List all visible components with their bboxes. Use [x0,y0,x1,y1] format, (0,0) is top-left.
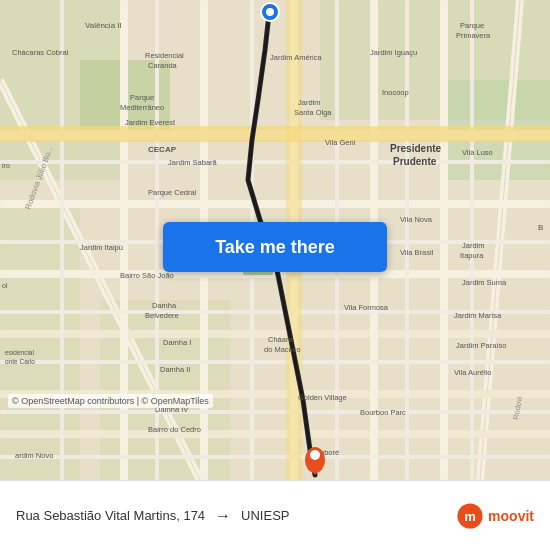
svg-rect-17 [0,430,550,438]
svg-text:Residencial: Residencial [145,51,184,60]
svg-text:Belvedere: Belvedere [145,311,179,320]
svg-text:Bourbon Parc: Bourbon Parc [360,408,406,417]
svg-text:Primavera: Primavera [456,31,491,40]
svg-text:Parque Cedral: Parque Cedral [148,188,197,197]
svg-point-90 [266,8,274,16]
map-attribution: © OpenStreetMap contributors | © OpenMap… [8,394,213,408]
svg-text:Valência II: Valência II [85,21,122,30]
svg-rect-13 [0,200,550,208]
svg-text:Damha I: Damha I [163,338,191,347]
svg-text:esidencial: esidencial [5,349,34,356]
svg-text:Jardim Itaipú: Jardim Itaipú [80,243,123,252]
svg-text:do Macuco: do Macuco [264,345,301,354]
svg-text:ardim Novo: ardim Novo [15,451,53,460]
svg-text:iro: iro [2,162,10,169]
take-me-there-button[interactable]: Take me there [163,222,387,272]
moovit-icon-svg: m [456,502,484,530]
svg-text:Presidente: Presidente [390,143,442,154]
svg-text:Jardim Iguaçu: Jardim Iguaçu [370,48,417,57]
svg-text:Jardim: Jardim [462,241,485,250]
svg-rect-23 [0,160,550,164]
svg-text:onte Carlo: onte Carlo [5,358,35,365]
svg-text:Vila Aurélio: Vila Aurélio [454,368,491,377]
svg-text:Parque: Parque [460,21,484,30]
svg-text:Bairro São João: Bairro São João [120,271,174,280]
svg-text:Vila Luso: Vila Luso [462,148,493,157]
svg-text:Itapura: Itapura [460,251,484,260]
svg-text:Vila Formosa: Vila Formosa [344,303,389,312]
svg-rect-28 [0,455,550,459]
bottom-bar: Rua Sebastião Vital Martins, 174 → UNIES… [0,480,550,550]
svg-text:Jardim: Jardim [298,98,321,107]
svg-text:Inocoop: Inocoop [382,88,409,97]
svg-text:Golden Village: Golden Village [298,393,347,402]
svg-text:Prudente: Prudente [393,156,437,167]
svg-point-92 [310,450,320,460]
svg-text:Chácaras Cobral: Chácaras Cobral [12,48,69,57]
svg-text:B: B [538,223,543,232]
svg-text:Damha II: Damha II [160,365,190,374]
svg-text:Vila Nova: Vila Nova [400,215,433,224]
svg-text:m: m [465,509,476,523]
svg-text:Cháara: Cháara [268,335,293,344]
svg-text:CECAP: CECAP [148,145,177,154]
svg-rect-35 [0,126,550,142]
svg-text:Jardim Suma: Jardim Suma [462,278,507,287]
route-to-label: UNIESP [241,508,289,523]
moovit-logo: m moovit [456,502,534,530]
route-arrow-icon: → [215,507,231,525]
svg-text:Jardim Paraíso: Jardim Paraíso [456,341,506,350]
svg-rect-27 [0,410,550,414]
svg-text:ol: ol [2,282,8,289]
svg-text:Jardim Everest: Jardim Everest [125,118,176,127]
svg-rect-26 [0,360,550,364]
svg-text:Vila Brasil: Vila Brasil [400,248,434,257]
map-container[interactable]: Valência II Chácaras Cobral Residencial … [0,0,550,480]
svg-text:Jardim América: Jardim América [270,53,323,62]
svg-rect-29 [60,0,64,480]
svg-text:Parque: Parque [130,93,154,102]
svg-text:Mediterrâneo: Mediterrâneo [120,103,164,112]
svg-text:Vila Geni: Vila Geni [325,138,356,147]
svg-text:Bairro do Cedro: Bairro do Cedro [148,425,201,434]
moovit-brand-text: moovit [488,508,534,524]
svg-text:Jardim Sabarã: Jardim Sabarã [168,158,218,167]
svg-text:Caranda: Caranda [148,61,178,70]
route-from-label: Rua Sebastião Vital Martins, 174 [16,508,205,523]
svg-text:Santa Olga: Santa Olga [294,108,332,117]
svg-text:Jardim Marisa: Jardim Marisa [454,311,502,320]
svg-text:Damha: Damha [152,301,177,310]
svg-rect-34 [470,0,474,480]
